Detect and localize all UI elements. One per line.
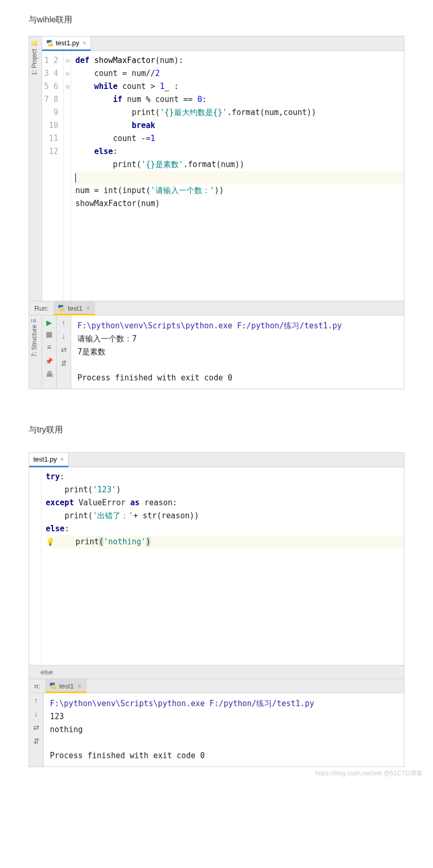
python-run-icon xyxy=(58,304,65,312)
editor-tab-bar: test1.py × xyxy=(42,36,404,51)
tab-filename: test1.py xyxy=(56,39,80,47)
close-icon[interactable]: × xyxy=(86,304,90,312)
section-heading-1: 与wihle联用 xyxy=(0,0,433,36)
code-editor-2[interactable]: try: print('123') except ValueError as r… xyxy=(42,467,404,665)
scroll-icon[interactable] xyxy=(61,359,67,367)
line-number-gutter: 1 2 3 4 5 6 7 8 9 10 11 12 xyxy=(42,51,64,301)
close-icon[interactable]: × xyxy=(77,682,82,690)
softwrap-icon[interactable] xyxy=(61,346,67,354)
scroll-icon[interactable] xyxy=(33,737,40,745)
fold-gutter[interactable]: ⊖ ⊖ ⊖ xyxy=(64,51,71,301)
down-icon[interactable] xyxy=(34,710,38,718)
close-icon[interactable]: × xyxy=(60,455,64,463)
editor-tab-bar-2: test1.py × xyxy=(29,453,404,467)
run-tab-2[interactable]: test1 × xyxy=(45,679,87,693)
run-tool-column-2 xyxy=(57,315,71,389)
gutter-spacer xyxy=(29,467,42,665)
run-panel-header-2: n: test1 × xyxy=(29,679,404,693)
ide-panel-2: test1.py × try: print('123') except Valu… xyxy=(29,452,404,767)
editor-tab-test1[interactable]: test1.py × xyxy=(42,36,91,51)
structure-tool-strip[interactable]: 7: Structure⠿ xyxy=(29,315,42,389)
section-heading-2: 与try联用 xyxy=(0,410,433,446)
python-file-icon xyxy=(46,40,54,47)
watermark-text: https://blog.csdn.net/wei @51CTO博客 xyxy=(0,767,433,780)
run-label-text: n: xyxy=(29,682,45,690)
run-panel-header: Run: test1 × xyxy=(29,301,404,315)
run-tool-column xyxy=(29,693,44,767)
run-tool-column-1: ▶ xyxy=(42,315,57,389)
ide-panel-1: 1: Project📁 test1.py × 1 2 3 4 5 6 7 8 9… xyxy=(29,36,404,389)
down-icon[interactable] xyxy=(62,332,65,340)
softwrap-icon[interactable] xyxy=(33,723,40,732)
code-editor[interactable]: def showMaxFactor(num): count = num//2 w… xyxy=(71,51,404,301)
up-icon[interactable] xyxy=(62,318,65,327)
breadcrumb-bar[interactable]: else xyxy=(29,665,404,679)
intention-bulb-icon[interactable]: 💡 xyxy=(46,538,55,546)
editor-tab-test1-b[interactable]: test1.py × xyxy=(29,453,69,467)
run-console-2[interactable]: F:\python\venv\Scripts\python.exe F:/pyt… xyxy=(44,693,404,767)
project-tool-strip[interactable]: 1: Project📁 xyxy=(29,36,42,301)
close-icon[interactable]: × xyxy=(83,39,87,47)
run-label-text: Run: xyxy=(29,304,54,312)
run-tab[interactable]: test1 × xyxy=(54,301,95,315)
run-console[interactable]: F:\python\venv\Scripts\python.exe F:/pyt… xyxy=(71,315,404,389)
text-cursor xyxy=(75,173,76,183)
print-icon[interactable] xyxy=(46,370,53,378)
pin-icon[interactable] xyxy=(45,356,53,365)
run-icon[interactable]: ▶ xyxy=(46,318,52,327)
python-run-icon xyxy=(49,682,57,690)
tab-filename: test1.py xyxy=(33,455,57,463)
layout-icon[interactable] xyxy=(47,343,51,351)
up-icon[interactable] xyxy=(34,696,38,705)
stop-icon[interactable] xyxy=(46,332,52,338)
